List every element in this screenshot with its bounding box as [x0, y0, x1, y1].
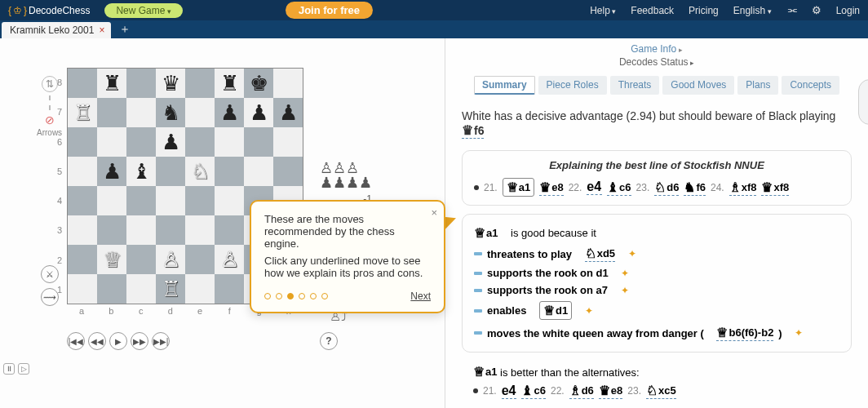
move-link[interactable]: ♝c6: [521, 383, 545, 399]
step-dot[interactable]: [310, 293, 317, 299]
pause-small-icon[interactable]: ⏸: [3, 363, 15, 375]
summary-warn-move[interactable]: ♛f6: [462, 122, 484, 139]
playback-controls: |◀◀ ◀◀ ▶ ▶▶ ▶▶| ?: [67, 332, 338, 350]
dash-icon: [474, 309, 482, 313]
expand-plus-icon[interactable]: ✦: [628, 248, 636, 259]
last-move-button[interactable]: ▶▶|: [152, 332, 170, 350]
move-number: 21.: [483, 385, 497, 397]
brand-logo[interactable]: {♔} DecodeChess: [8, 5, 90, 16]
explanation-panel: ♕a1 is good because itthreatens to play …: [462, 214, 852, 353]
tooltip-tail: [444, 210, 465, 231]
left-pane: ⇅ ⊘ Arrows ⚔ ⟿ ⏸ ▷ 87654321 ♜♛♜♚♖♞♟♟♟♟♟♝…: [0, 38, 445, 408]
move-link[interactable]: ♕b6(f6)-b2: [716, 325, 773, 341]
move-link[interactable]: ♘xc5: [646, 383, 676, 399]
move-link[interactable]: ♗xf8: [729, 180, 757, 196]
explanation-row: threatens to play ♘xd5 ✦: [474, 243, 839, 264]
game-tab-label: Kramnik Leko 2001: [10, 24, 94, 36]
analysis-tab-plans[interactable]: Plans: [737, 76, 778, 95]
explanation-row: enables ♕d1 ✦: [474, 299, 839, 322]
move-link[interactable]: ♝c6: [607, 180, 631, 196]
dash-icon: [474, 289, 482, 292]
analysis-tab-threats[interactable]: Threats: [610, 76, 660, 95]
explanation-row: moves the white queen away from danger (…: [474, 322, 839, 344]
expand-plus-icon[interactable]: ✦: [621, 268, 629, 279]
step-dot-active[interactable]: [287, 293, 294, 299]
tooltip-close-icon[interactable]: ×: [431, 206, 437, 219]
play-small-icon[interactable]: ▷: [18, 363, 29, 375]
move-number: 22.: [551, 385, 565, 397]
tooltip-text-1: These are the moves recommended by the c…: [264, 213, 431, 250]
bullet-icon: [474, 185, 479, 190]
move-link[interactable]: ♛e8: [539, 180, 563, 196]
move-link[interactable]: e4: [502, 384, 517, 399]
best-line-panel: Explaining the best line of Stockfish NN…: [462, 150, 852, 206]
explanation-row: supports the rook on a7 ✦: [474, 282, 839, 299]
help-menu[interactable]: Help: [590, 5, 616, 16]
move-link[interactable]: ♗d6: [569, 383, 594, 399]
next-move-button[interactable]: ▶▶: [131, 332, 148, 350]
bullet-icon: [473, 388, 478, 393]
explanation-row: supports the rook on d1 ✦: [474, 264, 839, 282]
new-game-button[interactable]: New Game: [104, 3, 183, 18]
step-dot[interactable]: [264, 293, 271, 299]
best-line-header: Explaining the best line of Stockfish NN…: [474, 159, 839, 178]
summary-pre: White has a decisive advantage (2.94) bu…: [462, 109, 835, 122]
move-number: 24.: [711, 182, 724, 193]
prev-move-button[interactable]: ◀◀: [88, 332, 106, 350]
move-link[interactable]: ♛xf8: [761, 180, 789, 196]
analysis-tab-concepts[interactable]: Concepts: [782, 76, 839, 95]
play-button[interactable]: ▶: [109, 332, 127, 350]
decode-game-button[interactable]: Decode game +: [858, 79, 868, 125]
add-tab-button[interactable]: ＋: [119, 22, 131, 37]
expand-plus-icon[interactable]: ✦: [585, 305, 593, 317]
alternatives-panel: ♕a1 is better than the alternatives:21.e…: [462, 361, 852, 402]
analysis-tab-good-moves[interactable]: Good Moves: [662, 76, 734, 95]
analysis-tabs: SummaryPiece RolesThreatsGood MovesPlans…: [445, 73, 868, 103]
move-link[interactable]: ♘d6: [654, 180, 679, 196]
top-navbar: {♔} DecodeChess New Game Join for free H…: [0, 0, 868, 20]
feedback-link[interactable]: Feedback: [631, 5, 674, 16]
join-free-button[interactable]: Join for free: [286, 2, 373, 19]
tutorial-tooltip: × These are the moves recommended by the…: [250, 200, 445, 313]
close-tab-icon[interactable]: ×: [99, 24, 104, 36]
move-link[interactable]: ♘xd5: [585, 246, 615, 262]
move-link[interactable]: ♕d1: [539, 301, 572, 320]
step-dot[interactable]: [299, 293, 305, 299]
pricing-link[interactable]: Pricing: [689, 5, 719, 16]
step-dot[interactable]: [276, 293, 282, 299]
move-number: 23.: [627, 385, 641, 397]
login-link[interactable]: Login: [836, 5, 860, 16]
alternatives-header: ♕a1 is better than the alternatives:: [473, 364, 840, 379]
move-number: 21.: [484, 182, 498, 193]
move-link[interactable]: e4: [587, 180, 602, 195]
game-tab[interactable]: Kramnik Leko 2001 ×: [2, 22, 111, 38]
expand-plus-icon[interactable]: ✦: [621, 285, 629, 296]
brand-name: DecodeChess: [29, 5, 90, 16]
help-button[interactable]: ?: [320, 332, 338, 350]
step-dot[interactable]: [321, 293, 328, 299]
dash-icon: [474, 252, 482, 255]
dash-icon: [474, 331, 482, 335]
move-link[interactable]: ♛e8: [599, 383, 622, 399]
best-line-sequence: 21.♕a1♛e822.e4♝c623.♘d6♞f624.♗xf8♛xf8: [474, 178, 839, 197]
alternative-line: 21.e4♝c622.♗d6♛e823.♘xc5: [473, 379, 840, 399]
game-info-link[interactable]: Game Info: [631, 43, 683, 55]
analysis-tab-summary[interactable]: Summary: [474, 76, 535, 95]
divider: [49, 95, 51, 110]
move-number: 23.: [636, 182, 650, 193]
analysis-tab-piece-roles[interactable]: Piece Roles: [538, 76, 607, 95]
dash-icon: [474, 272, 482, 275]
settings-icon[interactable]: ⚙: [812, 4, 822, 16]
language-menu[interactable]: English: [733, 5, 772, 16]
first-move-button[interactable]: |◀◀: [67, 332, 85, 350]
decode-status-link[interactable]: Decodes Status: [445, 56, 868, 73]
disable-arrows-icon[interactable]: ⊘: [45, 113, 55, 126]
move-number: 22.: [569, 182, 582, 193]
game-tab-bar: Kramnik Leko 2001 × ＋: [0, 20, 868, 38]
expand-plus-icon[interactable]: ✦: [795, 327, 803, 339]
move-link[interactable]: ♞f6: [684, 180, 706, 196]
share-icon[interactable]: ⫘: [786, 4, 797, 16]
move-link[interactable]: ♕a1: [503, 178, 534, 197]
tooltip-next-button[interactable]: Next: [410, 290, 431, 302]
tooltip-text-2: Click any underlined move to see how we …: [264, 255, 431, 279]
